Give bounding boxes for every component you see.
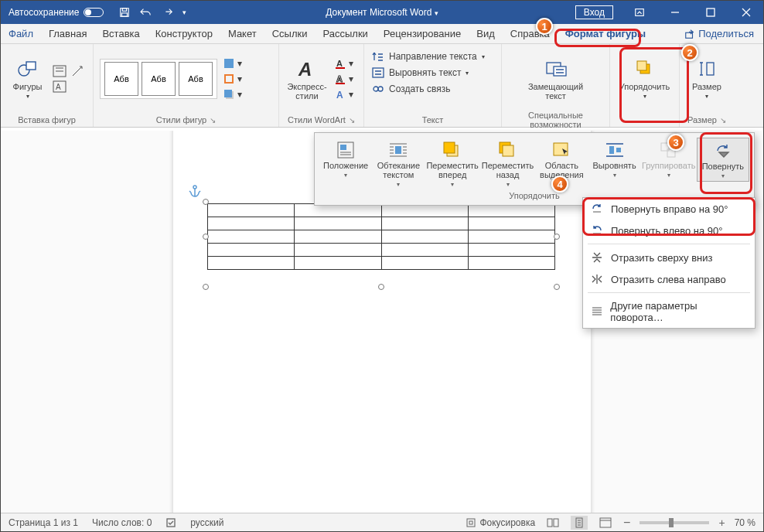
shapes-icon xyxy=(17,60,39,78)
outline-icon xyxy=(223,73,234,84)
menu-more-rotation[interactable]: Другие параметры поворота… xyxy=(583,295,755,328)
text-outline-icon: A xyxy=(335,73,346,84)
text-effects-button[interactable]: A▾ xyxy=(332,88,356,101)
position-button[interactable]: Положение▾ xyxy=(319,138,372,180)
send-backward-button[interactable]: Переместить назад▾ xyxy=(480,138,535,189)
bring-forward-button[interactable]: Переместить вперед▾ xyxy=(425,138,479,189)
menu-flip-horizontal[interactable]: Отразить слева направо xyxy=(583,268,755,290)
shape-fill-button[interactable]: ▾ xyxy=(220,57,245,70)
tab-mailings[interactable]: Рассылки xyxy=(315,24,375,43)
resize-handle[interactable] xyxy=(203,284,209,290)
text-fill-button[interactable]: A▾ xyxy=(332,57,356,70)
minimize-button[interactable] xyxy=(658,1,692,24)
resize-handle[interactable] xyxy=(203,199,209,205)
resize-handle[interactable] xyxy=(378,284,384,290)
align-text-button[interactable]: Выровнять текст ▾ xyxy=(369,66,472,79)
size-button[interactable]: Размер ▾ xyxy=(686,57,728,100)
print-layout-icon[interactable] xyxy=(571,516,588,530)
selection-icon xyxy=(551,141,571,159)
resize-handle[interactable] xyxy=(554,284,560,290)
table-in-shape xyxy=(207,203,555,270)
autosave-toggle[interactable]: Автосохранение xyxy=(1,7,111,18)
resize-handle[interactable] xyxy=(203,234,209,240)
style-preset[interactable]: Абв xyxy=(179,62,213,96)
selection-pane-button[interactable]: Область выделения xyxy=(535,138,588,181)
group-label xyxy=(610,113,679,127)
edit-shape-icon[interactable] xyxy=(71,65,85,77)
qat-dropdown-icon[interactable]: ▾ xyxy=(182,9,186,16)
group-label: Стили WordArt xyxy=(288,115,346,124)
svg-rect-45 xyxy=(167,519,175,527)
tab-references[interactable]: Ссылки xyxy=(264,24,315,43)
tab-home[interactable]: Главная xyxy=(41,24,94,43)
group-label: Текст xyxy=(364,113,501,127)
tab-view[interactable]: Вид xyxy=(469,24,503,43)
arrange-dropdown-panel: Положение▾ Обтекание текстом▾ Переместит… xyxy=(314,132,755,206)
login-button[interactable]: Вход xyxy=(575,5,613,19)
tab-review[interactable]: Рецензирование xyxy=(376,24,469,43)
ribbon-display-icon[interactable] xyxy=(622,1,657,24)
status-page[interactable]: Страница 1 из 1 xyxy=(9,517,78,528)
read-mode-icon[interactable] xyxy=(544,516,561,530)
status-words[interactable]: Число слов: 0 xyxy=(92,517,152,528)
rotate-button[interactable]: Повернуть▾ xyxy=(697,138,749,182)
share-icon xyxy=(684,29,695,39)
tab-design[interactable]: Конструктор xyxy=(148,24,220,43)
share-button[interactable]: Поделиться xyxy=(675,24,763,43)
status-proofing-icon[interactable] xyxy=(165,517,176,528)
undo-icon[interactable] xyxy=(139,7,153,18)
dialog-launcher-icon[interactable]: ↘ xyxy=(210,116,216,124)
zoom-out-button[interactable]: − xyxy=(623,516,630,530)
svg-text:A: A xyxy=(56,83,61,91)
resize-handle[interactable] xyxy=(554,234,560,240)
zoom-level[interactable]: 70 % xyxy=(735,517,755,528)
zoom-slider[interactable] xyxy=(640,521,709,524)
tab-file[interactable]: Файл xyxy=(1,24,41,43)
text-direction-icon xyxy=(372,51,384,62)
text-direction-button[interactable]: Направление текста ▾ xyxy=(369,50,488,63)
svg-text:A: A xyxy=(336,90,343,100)
textbox-icon[interactable] xyxy=(53,65,67,77)
shapes-gallery[interactable]: A xyxy=(51,63,87,94)
rotate-left-icon xyxy=(591,224,603,237)
flip-h-icon xyxy=(591,273,603,285)
tab-layout[interactable]: Макет xyxy=(220,24,264,43)
group-shape-styles: Абв Абв Абв ▾ ▾ ▾ Стили фигур↘ xyxy=(94,44,279,127)
wrap-text-button[interactable]: Обтекание текстом▾ xyxy=(372,138,425,189)
alt-text-button[interactable]: Замещающий текст xyxy=(521,57,591,101)
shape-effects-button[interactable]: ▾ xyxy=(220,88,245,101)
create-link-button[interactable]: Создать связь xyxy=(369,83,453,95)
style-preset[interactable]: Абв xyxy=(142,62,176,96)
web-layout-icon[interactable] xyxy=(597,516,614,530)
maximize-button[interactable] xyxy=(694,1,728,24)
dialog-launcher-icon[interactable]: ↘ xyxy=(720,116,726,124)
arrange-button[interactable]: Упорядочить ▾ xyxy=(616,57,673,100)
shape-outline-button[interactable]: ▾ xyxy=(220,73,245,85)
tab-shape-format[interactable]: Формат фигуры xyxy=(558,24,653,43)
menu-rotate-left-90[interactable]: Повернуть влево на 90° xyxy=(583,220,755,241)
textbox2-icon[interactable]: A xyxy=(53,80,67,93)
redo-icon[interactable] xyxy=(162,7,173,18)
shapes-button[interactable]: Фигуры ▾ xyxy=(7,57,48,100)
status-language[interactable]: русский xyxy=(190,517,223,528)
link-icon xyxy=(372,84,384,94)
selected-shape[interactable] xyxy=(207,203,555,270)
save-icon[interactable] xyxy=(119,7,130,18)
svg-rect-49 xyxy=(554,519,558,527)
svg-rect-2 xyxy=(122,13,128,16)
text-outline-button[interactable]: A▾ xyxy=(332,73,356,85)
style-gallery[interactable]: Абв Абв Абв xyxy=(100,59,217,99)
svg-rect-47 xyxy=(469,521,472,524)
focus-mode-button[interactable]: Фокусировка xyxy=(466,517,535,528)
dialog-launcher-icon[interactable]: ↘ xyxy=(349,116,355,124)
zoom-in-button[interactable]: + xyxy=(718,517,725,529)
menu-rotate-right-90[interactable]: Повернуть вправо на 90° xyxy=(583,198,755,220)
document-title: Документ Microsoft Word ▾ xyxy=(326,7,438,18)
tab-insert[interactable]: Вставка xyxy=(94,24,147,43)
quick-styles-button[interactable]: A Экспресс- стили xyxy=(285,57,329,101)
close-button[interactable] xyxy=(729,1,763,24)
align-button[interactable]: Выровнять▾ xyxy=(588,138,640,180)
text-fill-icon: A xyxy=(335,58,346,69)
menu-flip-vertical[interactable]: Отразить сверху вниз xyxy=(583,247,755,268)
style-preset[interactable]: Абв xyxy=(104,62,138,96)
